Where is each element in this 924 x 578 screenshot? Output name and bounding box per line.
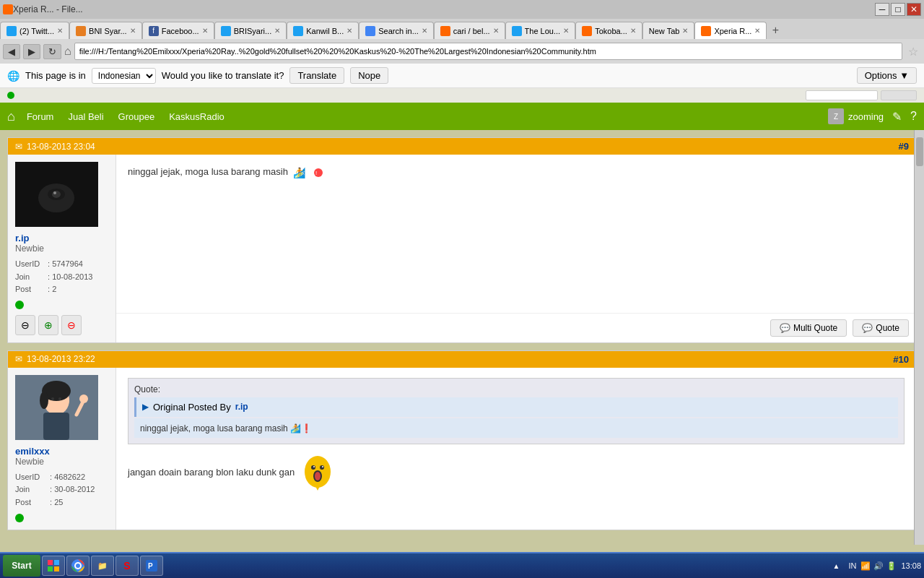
scrollbar-thumb[interactable] bbox=[916, 137, 923, 166]
tab-search[interactable]: Search in... ✕ bbox=[359, 22, 434, 39]
tab-xperia[interactable]: Xperia R... ✕ bbox=[694, 22, 767, 39]
nav-item-jualbeli[interactable]: Jual Beli bbox=[68, 111, 103, 122]
tab-bni[interactable]: BNI Syar... ✕ bbox=[69, 22, 142, 39]
tab-close-4[interactable]: ✕ bbox=[274, 27, 280, 35]
taskbar-item-chrome[interactable] bbox=[66, 556, 90, 576]
post-10-online-dot bbox=[15, 514, 24, 522]
new-tab-button[interactable]: + bbox=[767, 22, 784, 39]
tab-close-1[interactable]: ✕ bbox=[57, 27, 63, 35]
post-10-userid: 4682622 bbox=[54, 473, 85, 481]
multi-quote-button-9[interactable]: 💬 Multi Quote bbox=[770, 319, 847, 337]
search-button-placeholder[interactable] bbox=[881, 90, 917, 100]
post-9-icon: ✉ bbox=[15, 142, 22, 152]
tab-favicon-2 bbox=[76, 26, 86, 36]
tab-newtab[interactable]: New Tab ✕ bbox=[642, 22, 695, 39]
options-button[interactable]: Options ▼ bbox=[857, 67, 917, 84]
taskbar-clock: 13:08 bbox=[901, 561, 921, 570]
maximize-button[interactable]: □ bbox=[891, 3, 905, 16]
address-bar[interactable] bbox=[74, 43, 902, 60]
post-10-postcount: 25 bbox=[54, 498, 63, 506]
svg-point-13 bbox=[40, 392, 48, 409]
taskbar-item-app4[interactable]: P bbox=[140, 556, 163, 576]
home-button[interactable]: ⌂ bbox=[64, 45, 71, 58]
scrollbar-vertical[interactable] bbox=[914, 130, 924, 545]
nav-item-groupee[interactable]: Groupee bbox=[118, 111, 155, 122]
tab-tokobagus[interactable]: Tokoba... ✕ bbox=[575, 22, 642, 39]
svg-point-24 bbox=[313, 466, 315, 467]
quote-original-author[interactable]: r.ip bbox=[235, 402, 248, 412]
minimize-button[interactable]: ─ bbox=[875, 3, 889, 16]
nav-item-kaskusradio[interactable]: KaskusRadio bbox=[169, 111, 225, 122]
post-9-action-rep-plus[interactable]: ⊕ bbox=[38, 315, 58, 335]
help-icon[interactable]: ? bbox=[910, 110, 917, 123]
notification-arrow[interactable]: ▲ bbox=[833, 562, 840, 570]
close-button[interactable]: ✕ bbox=[907, 3, 921, 16]
language-select[interactable]: Indonesian bbox=[92, 68, 156, 84]
post-10-content-area: Quote: ▶ Original Posted By r.ip ninggal… bbox=[116, 368, 916, 530]
tab-close-9[interactable]: ✕ bbox=[630, 27, 636, 35]
browser-favicon bbox=[3, 4, 13, 14]
taskbar-item-1[interactable] bbox=[42, 556, 65, 576]
reload-button[interactable]: ↻ bbox=[43, 44, 61, 59]
quote-original-text-area: ninggal jejak, moga lusa barang masih 🏄❗ bbox=[134, 418, 898, 438]
post-label: Post bbox=[15, 283, 48, 296]
forward-button[interactable]: ▶ bbox=[23, 44, 40, 59]
emilxxx-avatar-img bbox=[15, 375, 98, 440]
taskbar-notifications[interactable]: ▲ bbox=[829, 562, 845, 570]
kaskus-navbar: ⌂ Forum Jual Beli Groupee KaskusRadio Z … bbox=[0, 103, 924, 130]
kaskus-username[interactable]: zooming bbox=[848, 111, 884, 122]
back-button[interactable]: ◀ bbox=[3, 44, 20, 59]
nav-item-forum[interactable]: Forum bbox=[27, 111, 54, 122]
taskbar-item-explorer[interactable]: 📁 bbox=[91, 556, 114, 576]
tab-close-5[interactable]: ✕ bbox=[346, 27, 352, 35]
post-9-action-rep-minus[interactable]: ⊖ bbox=[61, 315, 82, 335]
online-indicator bbox=[7, 92, 14, 99]
tab-close-2[interactable]: ✕ bbox=[130, 27, 136, 35]
translate-button[interactable]: Translate bbox=[289, 67, 344, 84]
tab-facebook[interactable]: f Faceboo... ✕ bbox=[142, 22, 214, 39]
taskbar-item-app3[interactable]: S bbox=[116, 556, 139, 576]
tab-lounge[interactable]: The Lou... ✕ bbox=[505, 22, 576, 39]
tab-label-6: Search in... bbox=[378, 27, 419, 35]
app3-icon: S bbox=[121, 559, 134, 572]
search-box-placeholder[interactable] bbox=[806, 90, 878, 100]
taskbar-right-area: ▲ IN 📶 🔊 🔋 13:08 bbox=[829, 561, 921, 571]
post-10-username[interactable]: emilxxx bbox=[15, 446, 108, 457]
post-10-header: ✉ 13-08-2013 23:22 #10 bbox=[8, 351, 916, 368]
quote-emoji: 🏄❗ bbox=[290, 423, 312, 434]
post-9-username[interactable]: r.ip bbox=[15, 233, 108, 243]
tab-favicon-9 bbox=[582, 26, 592, 36]
tab-label-11: Xperia R... bbox=[714, 27, 751, 35]
tab-bri[interactable]: BRISyari... ✕ bbox=[214, 22, 287, 39]
post-9-header: ✉ 13-08-2013 23:04 #9 bbox=[8, 138, 916, 155]
bookmark-star-icon[interactable]: ☆ bbox=[905, 45, 921, 59]
tab-cari[interactable]: cari / bel... ✕ bbox=[434, 22, 505, 39]
post-10-number: #10 bbox=[893, 354, 909, 365]
quote-button-9[interactable]: 💬 Quote bbox=[853, 319, 909, 337]
tab-close-6[interactable]: ✕ bbox=[422, 27, 427, 35]
tab-kanwil[interactable]: Kanwil B... ✕ bbox=[287, 22, 359, 39]
network-icon: 📶 bbox=[860, 561, 871, 571]
translate-bar: 🌐 This page is in Indonesian Would you l… bbox=[0, 64, 924, 88]
kaskus-user-area[interactable]: Z zooming bbox=[828, 108, 884, 124]
quote-original-text: ninggal jejak, moga lusa barang masih bbox=[140, 423, 288, 434]
explorer-icon: 📁 bbox=[96, 559, 109, 572]
tab-favicon-4 bbox=[221, 26, 231, 36]
tab-close-11[interactable]: ✕ bbox=[754, 27, 760, 35]
start-button[interactable]: Start bbox=[3, 555, 40, 577]
tab-close-10[interactable]: ✕ bbox=[682, 27, 688, 35]
edit-icon[interactable]: ✎ bbox=[892, 110, 902, 124]
tab-twitter[interactable]: (2) Twitt... ✕ bbox=[0, 22, 69, 39]
volume-icon: 🔊 bbox=[873, 561, 884, 571]
nope-button[interactable]: Nope bbox=[350, 67, 388, 84]
post-9-action-report[interactable]: ⊖ bbox=[15, 315, 35, 335]
tab-favicon-3: f bbox=[149, 26, 159, 36]
tab-close-3[interactable]: ✕ bbox=[202, 27, 208, 35]
avatar-image bbox=[15, 162, 98, 227]
tab-close-8[interactable]: ✕ bbox=[563, 27, 569, 35]
chrome-icon bbox=[71, 559, 84, 572]
join-label-10: Join bbox=[15, 483, 48, 496]
post-9-content-area: ninggal jejak, moga lusa barang masih 🏄 … bbox=[116, 155, 916, 342]
tab-close-7[interactable]: ✕ bbox=[493, 27, 499, 35]
kaskus-home-button[interactable]: ⌂ bbox=[7, 109, 15, 124]
